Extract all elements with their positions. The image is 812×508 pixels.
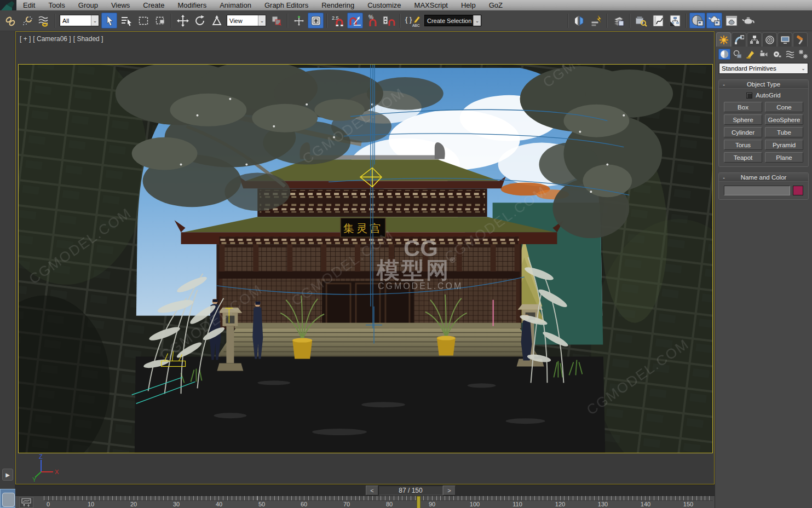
tick-label: 40 <box>208 501 230 507</box>
percent-snap-button[interactable]: % <box>364 13 380 28</box>
current-frame-display[interactable]: 87 / 150 <box>378 486 443 495</box>
tab-utilities[interactable] <box>793 32 808 47</box>
menu-modifiers[interactable]: Modifiers <box>171 0 213 10</box>
collapse-icon: - <box>721 174 727 181</box>
menu-maxscript[interactable]: MAXScript <box>408 0 454 10</box>
use-pivot-point-center-button[interactable] <box>268 13 284 28</box>
property-explorer-button[interactable] <box>633 13 649 28</box>
rectangular-selection-region-button[interactable] <box>135 13 151 28</box>
use-pivot-point-center-icon <box>270 15 283 27</box>
material-editor-button[interactable] <box>689 13 705 28</box>
selection-filter-dropdown[interactable]: All ⌄ <box>60 15 99 26</box>
svg-text:{ }: { } <box>405 15 412 24</box>
world-axis-tripod: Z X Y <box>26 453 61 483</box>
select-and-scale-button[interactable] <box>209 13 224 28</box>
menu-group[interactable]: Group <box>72 0 105 10</box>
keyboard-shortcut-override-button[interactable] <box>308 13 324 28</box>
next-frame-button[interactable]: > <box>443 486 456 495</box>
tab-modify[interactable] <box>732 32 746 47</box>
spinner-snap-button[interactable] <box>381 13 397 28</box>
category-space-warps[interactable] <box>784 49 796 60</box>
object-color-swatch[interactable] <box>793 186 803 195</box>
category-geometry[interactable] <box>718 49 730 60</box>
object-type-box-button[interactable]: Box <box>724 102 762 112</box>
tab-motion[interactable] <box>762 32 777 47</box>
category-lights[interactable] <box>745 49 757 60</box>
select-and-manipulate-button[interactable] <box>291 13 307 28</box>
time-slider-track[interactable]: < 87 / 150 > <box>15 484 715 495</box>
category-shapes[interactable] <box>732 49 744 60</box>
menu-goz[interactable]: GoZ <box>482 0 509 10</box>
menu-create[interactable]: Create <box>136 0 171 10</box>
category-systems[interactable] <box>797 49 809 60</box>
object-type-torus-button[interactable]: Torus <box>724 140 762 150</box>
object-type-sphere-button[interactable]: Sphere <box>724 114 762 125</box>
current-frame-marker[interactable] <box>417 496 421 508</box>
tab-create[interactable] <box>716 32 731 47</box>
snaps-toggle-button[interactable]: 2.5 <box>330 13 346 28</box>
mirror-button[interactable] <box>571 13 587 28</box>
tab-display[interactable] <box>778 32 792 47</box>
object-type-teapot-button[interactable]: Teapot <box>724 152 762 163</box>
select-object-button[interactable] <box>101 13 117 28</box>
object-type-cone-button[interactable]: Cone <box>765 102 803 112</box>
select-and-link-button[interactable] <box>2 13 18 28</box>
menu-tools[interactable]: Tools <box>42 0 71 10</box>
menu-edit[interactable]: Edit <box>16 0 42 10</box>
previous-frame-button[interactable]: < <box>366 486 378 495</box>
application-button[interactable] <box>0 0 16 10</box>
name-and-color-rollout-header[interactable]: - Name and Color <box>719 173 808 182</box>
bind-to-space-warp-button[interactable] <box>36 13 52 28</box>
create-categories <box>715 47 812 61</box>
corner-widget[interactable] <box>0 489 16 508</box>
geometry-icon <box>720 50 729 59</box>
curve-editor-button[interactable] <box>650 13 666 28</box>
category-helpers[interactable] <box>771 49 783 60</box>
timeline-ruler[interactable] <box>44 496 713 501</box>
select-and-rotate-button[interactable] <box>192 13 208 28</box>
menu-animation[interactable]: Animation <box>213 0 258 10</box>
track-bar[interactable]: 0 10 20 30 40 50 60 70 80 90 100 110 120… <box>15 495 715 508</box>
time-slider-handle[interactable]: < 87 / 150 > <box>366 486 456 495</box>
viewport-general-menu[interactable]: [ + ] <box>20 35 31 43</box>
object-category-dropdown[interactable]: Standard Primitives ⌄ <box>719 63 808 74</box>
menu-views[interactable]: Views <box>105 0 136 10</box>
align-button[interactable] <box>588 13 604 28</box>
render-production-button[interactable] <box>740 13 756 28</box>
schematic-view-button[interactable] <box>667 13 683 28</box>
select-by-name-button[interactable] <box>118 13 134 28</box>
scene-render[interactable]: 集灵宫 <box>18 64 713 453</box>
viewport-pov-menu[interactable]: [ Camera06 ] <box>33 35 71 43</box>
menu-help[interactable]: Help <box>454 0 482 10</box>
layer-manager-button[interactable] <box>611 13 626 28</box>
object-type-plane-button[interactable]: Plane <box>765 152 803 163</box>
reference-coordinate-system-dropdown[interactable]: View ⌄ <box>227 15 266 26</box>
angle-snap-button[interactable] <box>347 13 363 28</box>
select-by-name-icon <box>120 15 133 26</box>
object-type-cylinder-button[interactable]: Cylinder <box>724 127 762 137</box>
viewport-shading-menu[interactable]: [ Shaded ] <box>73 35 103 43</box>
object-type-rollout-header[interactable]: - Object Type <box>719 80 808 89</box>
rendered-frame-window-button[interactable] <box>723 13 739 28</box>
select-and-move-button[interactable] <box>175 13 191 28</box>
category-cameras[interactable] <box>758 49 770 60</box>
object-type-geosphere-button[interactable]: GeoSphere <box>765 114 803 125</box>
render-setup-button[interactable] <box>706 13 722 28</box>
open-mini-curve-editor-button[interactable] <box>19 497 33 508</box>
tick-label: 130 <box>592 501 614 507</box>
autogrid-checkbox[interactable] <box>746 93 752 99</box>
menu-customize[interactable]: Customize <box>361 0 407 10</box>
edit-named-selection-sets-button[interactable]: { } ABC <box>404 13 422 28</box>
camera-viewport[interactable]: [ + ] [ Camera06 ] [ Shaded ] <box>15 31 715 484</box>
window-crossing-button[interactable] <box>152 13 168 28</box>
menu-rendering[interactable]: Rendering <box>315 0 361 10</box>
object-type-pyramid-button[interactable]: Pyramid <box>765 140 803 150</box>
tab-hierarchy[interactable] <box>747 32 762 47</box>
expand-strip-button[interactable]: ▶ <box>2 469 13 481</box>
object-type-tube-button[interactable]: Tube <box>765 127 803 137</box>
named-selection-sets-dropdown[interactable]: Create Selection Set ⌄ <box>424 15 481 26</box>
unlink-selection-button[interactable] <box>19 13 35 28</box>
object-name-input[interactable] <box>724 186 790 195</box>
menu-graph-editors[interactable]: Graph Editors <box>258 0 315 10</box>
svg-text:®: ® <box>450 256 456 264</box>
